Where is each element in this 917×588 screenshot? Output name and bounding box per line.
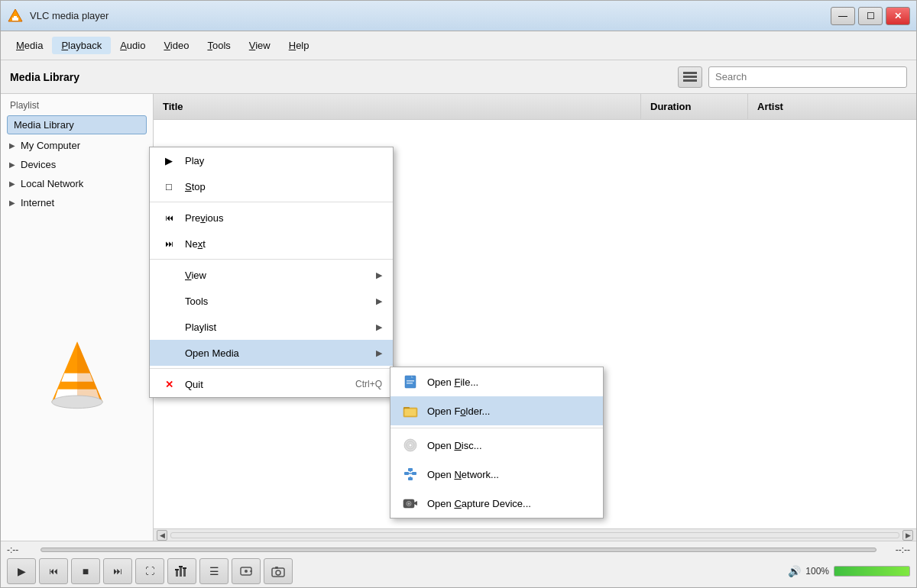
menu-audio[interactable]: Audio: [111, 37, 154, 54]
svg-point-42: [408, 502, 410, 505]
controls-row: ▶ ⏮ ■ ⏭ ⛶ ☰: [7, 558, 910, 584]
header-row: Media Library: [1, 60, 916, 94]
svg-rect-14: [175, 569, 179, 570]
minimize-button[interactable]: —: [831, 7, 855, 25]
svg-rect-2: [14, 16, 17, 18]
ctx-open-media-arrow: ▶: [376, 348, 382, 358]
svg-rect-21: [275, 567, 278, 569]
svg-rect-5: [683, 79, 697, 82]
volume-bar[interactable]: [834, 566, 910, 577]
ctx-tools-arrow: ▶: [376, 296, 382, 306]
ctx-view[interactable]: View ▶: [150, 262, 393, 288]
seek-bar[interactable]: [41, 548, 876, 552]
fullscreen-button[interactable]: ⛶: [135, 558, 164, 584]
next-button[interactable]: ⏭: [103, 558, 132, 584]
submenu-open-network-label: Open Network...: [427, 469, 592, 480]
ctx-playlist-label: Playlist: [185, 321, 376, 333]
close-button[interactable]: ✕: [886, 7, 910, 25]
equalizer-button[interactable]: [167, 558, 196, 584]
volume-icon: 🔊: [788, 565, 801, 577]
vlc-cone-image: [39, 338, 115, 415]
column-header-title[interactable]: Title: [154, 94, 641, 119]
ctx-playlist[interactable]: Playlist ▶: [150, 314, 393, 340]
horizontal-scrollbar[interactable]: ◀ ▶: [154, 528, 916, 541]
playlist-button[interactable]: ☰: [199, 558, 228, 584]
svg-rect-3: [683, 72, 697, 74]
svg-rect-16: [183, 567, 186, 569]
svg-rect-35: [408, 477, 413, 480]
menu-playback[interactable]: Playback: [52, 37, 111, 54]
svg-rect-28: [404, 409, 416, 416]
ctx-sep-3: [150, 368, 393, 369]
menu-tools[interactable]: Tools: [198, 37, 239, 54]
search-input[interactable]: [708, 66, 907, 88]
previous-icon: ⏮: [160, 209, 177, 226]
ctx-play[interactable]: ▶ Play: [150, 147, 393, 173]
maximize-button[interactable]: ☐: [858, 7, 883, 25]
expand-arrow-local-network: ▶: [7, 179, 18, 189]
submenu-open-file[interactable]: Open File...: [390, 367, 603, 396]
scroll-right-button[interactable]: ▶: [902, 530, 913, 541]
svg-rect-33: [412, 472, 416, 475]
menu-media[interactable]: Media: [7, 37, 52, 54]
expand-arrow-internet: ▶: [7, 198, 18, 208]
stop-icon: □: [160, 178, 177, 195]
sidebar-item-devices[interactable]: ▶ Devices: [1, 155, 153, 174]
submenu-open-folder-label: Open Folder...: [427, 405, 592, 417]
snapshot-button[interactable]: [264, 558, 293, 584]
ctx-view-label: View: [185, 270, 376, 281]
media-library-heading: Media Library: [10, 71, 678, 83]
submenu-open-disc[interactable]: Open Disc...: [390, 431, 603, 460]
open-network-icon: [401, 465, 420, 483]
stop-button[interactable]: ■: [71, 558, 100, 584]
submenu-open-capture[interactable]: Open Capture Device...: [390, 489, 603, 518]
volume-fill: [834, 567, 909, 576]
play-button[interactable]: ▶: [7, 558, 36, 584]
ctx-tools[interactable]: Tools ▶: [150, 288, 393, 314]
sidebar-item-local-network[interactable]: ▶ Local Network: [1, 174, 153, 193]
submenu-open-folder[interactable]: Open Folder...: [390, 396, 603, 425]
svg-point-18: [245, 570, 248, 573]
open-media-submenu: Open File... Open Folder... Open: [390, 367, 604, 519]
svg-rect-22: [405, 376, 416, 388]
menu-video[interactable]: Video: [154, 37, 198, 54]
ext-icon: [239, 565, 253, 577]
scroll-track[interactable]: [170, 532, 899, 538]
svg-marker-40: [414, 501, 417, 506]
scroll-left-button[interactable]: ◀: [157, 530, 167, 541]
sidebar-item-media-library[interactable]: Media Library: [7, 115, 147, 134]
ctx-playlist-icon: [160, 318, 177, 335]
next-icon: ⏭: [160, 235, 177, 252]
sidebar-item-my-computer[interactable]: ▶ My Computer: [1, 136, 153, 155]
submenu-open-network[interactable]: Open Network...: [390, 460, 603, 489]
vlc-thumbnail: [1, 212, 153, 541]
svg-point-10: [51, 396, 102, 409]
extended-controls-button[interactable]: [232, 558, 261, 584]
sidebar-item-label-local-network: Local Network: [21, 178, 83, 189]
ctx-next-label: Next: [185, 238, 382, 250]
menu-help[interactable]: Help: [280, 37, 319, 54]
svg-rect-24: [407, 380, 414, 382]
open-capture-icon: [401, 494, 420, 512]
context-menu: ▶ Play □ Stop ⏮ Previous ⏭ Next View ▶ T…: [149, 147, 394, 398]
menu-view[interactable]: View: [240, 37, 280, 54]
ctx-tools-icon: [160, 292, 177, 309]
sidebar: Playlist Media Library ▶ My Computer ▶ D…: [1, 94, 154, 541]
column-header-duration[interactable]: Duration: [641, 94, 748, 119]
svg-rect-34: [408, 468, 413, 471]
ctx-quit[interactable]: ✕ Quit Ctrl+Q: [150, 371, 393, 397]
ctx-stop[interactable]: □ Stop: [150, 173, 393, 199]
svg-rect-15: [179, 566, 183, 567]
playlist-label: Playlist: [1, 94, 153, 114]
ctx-open-media[interactable]: Open Media ▶: [150, 340, 393, 366]
ctx-next[interactable]: ⏭ Next: [150, 231, 393, 257]
ctx-previous[interactable]: ⏮ Previous: [150, 205, 393, 231]
view-toggle-button[interactable]: [678, 66, 702, 88]
app-window: VLC media player — ☐ ✕ Media Playback Au…: [0, 0, 917, 588]
sidebar-item-internet[interactable]: ▶ Internet: [1, 193, 153, 212]
time-elapsed: -:--: [7, 544, 34, 555]
previous-button[interactable]: ⏮: [39, 558, 68, 584]
column-header-artist[interactable]: Artist: [748, 94, 916, 119]
svg-marker-9: [77, 341, 102, 402]
ctx-tools-label: Tools: [185, 296, 376, 307]
